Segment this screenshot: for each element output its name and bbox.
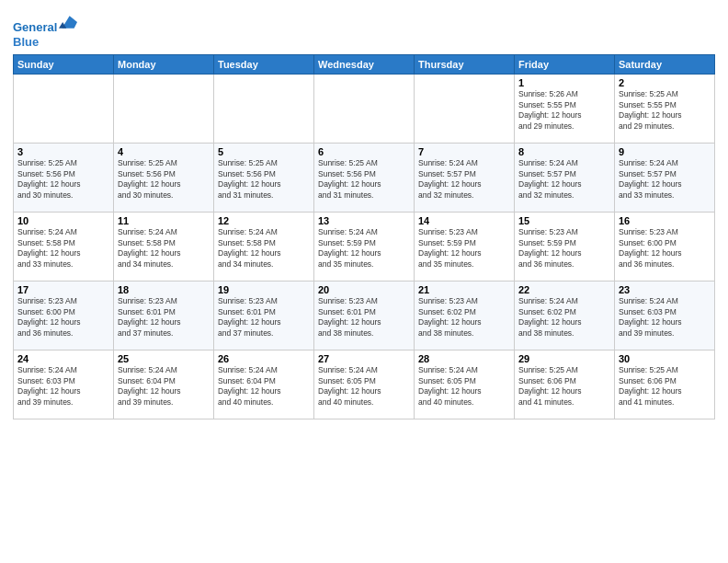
day-number: 27	[318, 353, 410, 364]
calendar-cell	[214, 75, 314, 144]
day-number: 13	[318, 215, 410, 226]
calendar-body: 1Sunrise: 5:26 AM Sunset: 5:55 PM Daylig…	[14, 75, 715, 419]
calendar-week-row: 3Sunrise: 5:25 AM Sunset: 5:56 PM Daylig…	[14, 144, 715, 213]
logo-icon	[59, 13, 77, 31]
day-number: 5	[218, 146, 310, 157]
calendar-cell: 25Sunrise: 5:24 AM Sunset: 6:04 PM Dayli…	[114, 350, 214, 419]
day-info: Sunrise: 5:24 AM Sunset: 6:05 PM Dayligh…	[418, 365, 510, 408]
day-number: 8	[518, 146, 610, 157]
day-info: Sunrise: 5:25 AM Sunset: 5:56 PM Dayligh…	[118, 158, 210, 201]
day-info: Sunrise: 5:24 AM Sunset: 6:05 PM Dayligh…	[318, 365, 410, 408]
day-number: 3	[17, 146, 109, 157]
calendar-cell: 29Sunrise: 5:25 AM Sunset: 6:06 PM Dayli…	[515, 350, 615, 419]
day-number: 9	[619, 146, 711, 157]
day-number: 26	[218, 353, 310, 364]
calendar-cell: 7Sunrise: 5:24 AM Sunset: 5:57 PM Daylig…	[415, 144, 515, 213]
day-info: Sunrise: 5:24 AM Sunset: 6:03 PM Dayligh…	[619, 296, 711, 339]
calendar-cell: 17Sunrise: 5:23 AM Sunset: 6:00 PM Dayli…	[14, 282, 114, 350]
day-number: 24	[17, 353, 109, 364]
calendar-cell: 18Sunrise: 5:23 AM Sunset: 6:01 PM Dayli…	[114, 282, 214, 350]
calendar-cell	[114, 75, 214, 144]
day-number: 14	[418, 215, 510, 226]
day-number: 22	[518, 284, 610, 295]
calendar-cell	[415, 75, 515, 144]
day-info: Sunrise: 5:24 AM Sunset: 6:04 PM Dayligh…	[218, 365, 310, 408]
day-number: 23	[619, 284, 711, 295]
day-info: Sunrise: 5:24 AM Sunset: 5:58 PM Dayligh…	[218, 227, 310, 270]
calendar-week-row: 17Sunrise: 5:23 AM Sunset: 6:00 PM Dayli…	[14, 282, 715, 350]
weekday-header: Sunday	[14, 55, 114, 75]
day-number: 12	[218, 215, 310, 226]
calendar-cell: 14Sunrise: 5:23 AM Sunset: 5:59 PM Dayli…	[415, 213, 515, 282]
calendar-cell: 24Sunrise: 5:24 AM Sunset: 6:03 PM Dayli…	[14, 350, 114, 419]
calendar-cell: 4Sunrise: 5:25 AM Sunset: 5:56 PM Daylig…	[114, 144, 214, 213]
calendar-cell: 13Sunrise: 5:24 AM Sunset: 5:59 PM Dayli…	[314, 213, 415, 282]
day-number: 18	[118, 284, 210, 295]
day-number: 20	[318, 284, 410, 295]
calendar-cell: 21Sunrise: 5:23 AM Sunset: 6:02 PM Dayli…	[415, 282, 515, 350]
day-info: Sunrise: 5:23 AM Sunset: 6:00 PM Dayligh…	[17, 296, 109, 339]
day-info: Sunrise: 5:26 AM Sunset: 5:55 PM Dayligh…	[518, 89, 610, 132]
calendar-week-row: 10Sunrise: 5:24 AM Sunset: 5:58 PM Dayli…	[14, 213, 715, 282]
logo: General Blue	[13, 13, 77, 49]
header: General Blue	[13, 9, 715, 49]
day-info: Sunrise: 5:24 AM Sunset: 5:58 PM Dayligh…	[17, 227, 109, 270]
calendar-cell	[314, 75, 415, 144]
day-number: 11	[118, 215, 210, 226]
day-info: Sunrise: 5:25 AM Sunset: 6:06 PM Dayligh…	[619, 365, 711, 408]
day-number: 19	[218, 284, 310, 295]
day-number: 29	[518, 353, 610, 364]
weekday-header: Thursday	[415, 55, 515, 75]
day-number: 10	[17, 215, 109, 226]
calendar-cell: 6Sunrise: 5:25 AM Sunset: 5:56 PM Daylig…	[314, 144, 415, 213]
day-number: 28	[418, 353, 510, 364]
calendar-cell: 11Sunrise: 5:24 AM Sunset: 5:58 PM Dayli…	[114, 213, 214, 282]
day-info: Sunrise: 5:24 AM Sunset: 5:57 PM Dayligh…	[619, 158, 711, 201]
day-info: Sunrise: 5:23 AM Sunset: 6:01 PM Dayligh…	[218, 296, 310, 339]
day-number: 25	[118, 353, 210, 364]
calendar-cell: 19Sunrise: 5:23 AM Sunset: 6:01 PM Dayli…	[214, 282, 314, 350]
page: General Blue SundayMondayTuesdayWednesda…	[0, 0, 728, 563]
day-number: 6	[318, 146, 410, 157]
calendar-cell	[14, 75, 114, 144]
calendar-cell: 8Sunrise: 5:24 AM Sunset: 5:57 PM Daylig…	[515, 144, 615, 213]
calendar-cell: 10Sunrise: 5:24 AM Sunset: 5:58 PM Dayli…	[14, 213, 114, 282]
day-info: Sunrise: 5:25 AM Sunset: 5:56 PM Dayligh…	[218, 158, 310, 201]
calendar-cell: 1Sunrise: 5:26 AM Sunset: 5:55 PM Daylig…	[515, 75, 615, 144]
calendar-table: SundayMondayTuesdayWednesdayThursdayFrid…	[13, 54, 715, 419]
day-info: Sunrise: 5:23 AM Sunset: 6:01 PM Dayligh…	[118, 296, 210, 339]
day-number: 15	[518, 215, 610, 226]
day-number: 2	[619, 77, 711, 88]
day-info: Sunrise: 5:24 AM Sunset: 6:04 PM Dayligh…	[118, 365, 210, 408]
calendar-cell: 22Sunrise: 5:24 AM Sunset: 6:02 PM Dayli…	[515, 282, 615, 350]
calendar-cell: 28Sunrise: 5:24 AM Sunset: 6:05 PM Dayli…	[415, 350, 515, 419]
weekday-header: Wednesday	[314, 55, 415, 75]
calendar-cell: 9Sunrise: 5:24 AM Sunset: 5:57 PM Daylig…	[615, 144, 715, 213]
day-info: Sunrise: 5:24 AM Sunset: 6:02 PM Dayligh…	[518, 296, 610, 339]
logo-general: General	[13, 20, 57, 34]
day-number: 7	[418, 146, 510, 157]
day-info: Sunrise: 5:24 AM Sunset: 6:03 PM Dayligh…	[17, 365, 109, 408]
calendar-cell: 5Sunrise: 5:25 AM Sunset: 5:56 PM Daylig…	[214, 144, 314, 213]
day-info: Sunrise: 5:23 AM Sunset: 6:00 PM Dayligh…	[619, 227, 711, 270]
calendar-cell: 15Sunrise: 5:23 AM Sunset: 5:59 PM Dayli…	[515, 213, 615, 282]
calendar-cell: 3Sunrise: 5:25 AM Sunset: 5:56 PM Daylig…	[14, 144, 114, 213]
day-number: 30	[619, 353, 711, 364]
day-number: 17	[17, 284, 109, 295]
day-number: 1	[518, 77, 610, 88]
day-info: Sunrise: 5:23 AM Sunset: 6:01 PM Dayligh…	[318, 296, 410, 339]
calendar-cell: 23Sunrise: 5:24 AM Sunset: 6:03 PM Dayli…	[615, 282, 715, 350]
calendar-cell: 26Sunrise: 5:24 AM Sunset: 6:04 PM Dayli…	[214, 350, 314, 419]
calendar-cell: 27Sunrise: 5:24 AM Sunset: 6:05 PM Dayli…	[314, 350, 415, 419]
day-number: 4	[118, 146, 210, 157]
calendar-cell: 12Sunrise: 5:24 AM Sunset: 5:58 PM Dayli…	[214, 213, 314, 282]
calendar-cell: 2Sunrise: 5:25 AM Sunset: 5:55 PM Daylig…	[615, 75, 715, 144]
calendar-header-row: SundayMondayTuesdayWednesdayThursdayFrid…	[14, 55, 715, 75]
weekday-header: Tuesday	[214, 55, 314, 75]
day-info: Sunrise: 5:23 AM Sunset: 5:59 PM Dayligh…	[518, 227, 610, 270]
calendar-cell: 30Sunrise: 5:25 AM Sunset: 6:06 PM Dayli…	[615, 350, 715, 419]
day-info: Sunrise: 5:24 AM Sunset: 5:57 PM Dayligh…	[518, 158, 610, 201]
day-info: Sunrise: 5:23 AM Sunset: 5:59 PM Dayligh…	[418, 227, 510, 270]
calendar-cell: 16Sunrise: 5:23 AM Sunset: 6:00 PM Dayli…	[615, 213, 715, 282]
day-info: Sunrise: 5:24 AM Sunset: 5:58 PM Dayligh…	[118, 227, 210, 270]
